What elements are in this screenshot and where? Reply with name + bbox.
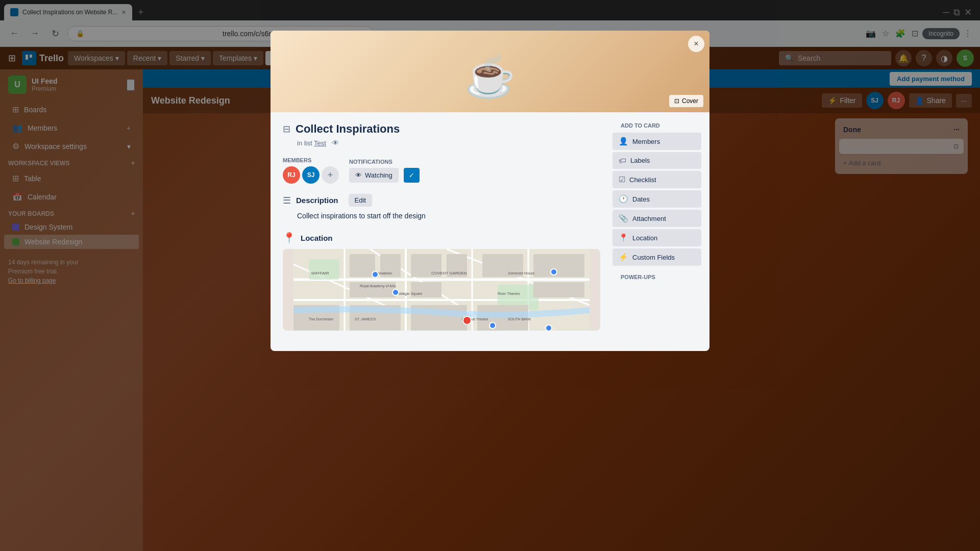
description-section: ☰ Description Edit Collect inspirations …	[283, 194, 600, 221]
card-title[interactable]: Collect Inspirations	[296, 122, 400, 136]
modal-members-row: Members RJ SJ + Notifications 👁	[283, 157, 600, 184]
svg-point-39	[551, 269, 557, 275]
svg-text:River Thames: River Thames	[498, 292, 520, 295]
cover-image: ☕	[464, 53, 516, 101]
labels-btn-icon: 🏷	[619, 156, 626, 165]
map-svg: MAYFAIR Chinatown COVENT GARDEN Somerset…	[283, 249, 600, 331]
dates-btn-icon: 🕐	[619, 194, 628, 204]
svg-text:Royal Academy of Arts: Royal Academy of Arts	[360, 284, 396, 288]
members-section: Members RJ SJ +	[283, 157, 339, 184]
list-name-link[interactable]: Test	[314, 139, 326, 147]
modal-avatars: RJ SJ +	[283, 166, 339, 184]
svg-rect-22	[533, 282, 584, 297]
svg-text:The Dorchester: The Dorchester	[309, 317, 334, 321]
svg-text:ST. JAMES'S: ST. JAMES'S	[355, 317, 376, 321]
add-members-button[interactable]: 👤 Members	[612, 133, 701, 150]
location-heading: 📍 Location	[283, 232, 600, 244]
svg-rect-14	[350, 254, 375, 277]
add-checklist-button[interactable]: ☑ Checklist	[612, 171, 701, 188]
notification-row: 👁 Watching ✓	[349, 168, 420, 183]
svg-text:Somerset House: Somerset House	[508, 271, 534, 275]
location-btn-icon: 📍	[619, 233, 628, 242]
modal-close-button[interactable]: ×	[688, 36, 704, 52]
svg-text:SOUTH BANK: SOUTH BANK	[508, 317, 531, 321]
watch-eye-icon[interactable]: 👁	[332, 139, 339, 147]
avatar-rj[interactable]: RJ	[283, 166, 300, 184]
card-modal: ☕ ⊡ Cover × ⊟ Collect Inspirations	[271, 31, 709, 351]
modal-main: ⊟ Collect Inspirations in list Test 👁 Me…	[271, 112, 612, 351]
avatar-sj[interactable]: SJ	[302, 166, 320, 184]
svg-point-42	[546, 325, 552, 331]
cover-icon: ⊡	[674, 97, 679, 105]
svg-text:Trafalgar Square: Trafalgar Square	[396, 292, 422, 296]
watching-button[interactable]: 👁 Watching	[349, 168, 399, 183]
modal-sidebar-panel: Add to card 👤 Members 🏷 Labels ☑ Checkli…	[612, 112, 709, 351]
svg-rect-12	[309, 259, 339, 280]
add-location-button[interactable]: 📍 Location	[612, 229, 701, 246]
description-icon: ☰	[283, 195, 291, 206]
modal-body: ⊟ Collect Inspirations in list Test 👁 Me…	[271, 112, 709, 351]
svg-point-38	[372, 271, 378, 278]
watch-check-button[interactable]: ✓	[404, 168, 420, 183]
card-title-icon: ⊟	[283, 123, 290, 135]
custom-fields-btn-icon: ⚡	[619, 253, 628, 262]
svg-text:COVENT GARDEN: COVENT GARDEN	[431, 271, 467, 276]
modal-subtitle: in list Test 👁	[297, 139, 600, 147]
edit-description-button[interactable]: Edit	[349, 194, 372, 207]
map-container: MAYFAIR Chinatown COVENT GARDEN Somerset…	[283, 249, 600, 331]
svg-text:MAYFAIR: MAYFAIR	[311, 271, 329, 276]
members-btn-icon: 👤	[619, 137, 628, 146]
notifications-section: Notifications 👁 Watching ✓	[349, 159, 420, 183]
modal-title-row: ⊟ Collect Inspirations	[283, 122, 600, 136]
checklist-btn-icon: ☑	[619, 175, 625, 184]
watch-icon: 👁	[355, 171, 362, 179]
modal-cover: ☕ ⊡ Cover ×	[271, 31, 709, 112]
add-attachment-button[interactable]: 📎 Attachment	[612, 210, 701, 227]
location-section: 📍 Location	[283, 232, 600, 331]
svg-point-40	[393, 289, 399, 295]
add-labels-button[interactable]: 🏷 Labels	[612, 152, 701, 169]
add-custom-fields-button[interactable]: ⚡ Custom Fields	[612, 248, 701, 266]
power-ups-section: Power-Ups	[612, 274, 701, 280]
add-to-card-section: Add to card 👤 Members 🏷 Labels ☑ Checkli…	[612, 122, 701, 266]
add-dates-button[interactable]: 🕐 Dates	[612, 190, 701, 208]
add-member-button[interactable]: +	[322, 166, 339, 184]
location-icon: 📍	[283, 232, 296, 244]
cover-button[interactable]: ⊡ Cover	[669, 95, 703, 107]
svg-rect-21	[533, 254, 584, 277]
attachment-btn-icon: 📎	[619, 214, 628, 223]
modal-overlay[interactable]: ☕ ⊡ Cover × ⊟ Collect Inspirations	[0, 0, 980, 551]
svg-point-41	[463, 316, 471, 324]
svg-point-43	[489, 322, 496, 329]
description-title-row: ☰ Description Edit	[283, 194, 600, 207]
description-text: Collect inspirations to start off the de…	[297, 211, 600, 221]
